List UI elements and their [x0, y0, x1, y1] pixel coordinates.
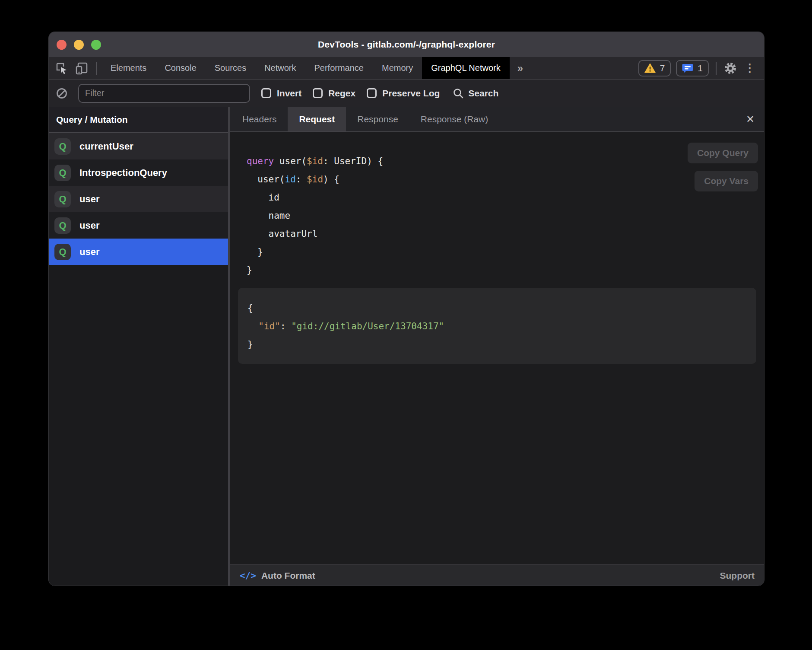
detail-panel: Headers Request Response Response (Raw) … — [230, 107, 764, 586]
request-view: query user($id: UserID) { user(id: $id) … — [230, 132, 764, 564]
tab-memory[interactable]: Memory — [373, 57, 422, 79]
filter-input[interactable] — [78, 84, 250, 103]
query-type-badge: Q — [54, 217, 71, 234]
more-tabs-icon[interactable]: » — [510, 57, 531, 79]
issue-count: 1 — [698, 63, 703, 73]
query-list-header: Query / Mutation — [49, 107, 228, 133]
tab-network[interactable]: Network — [255, 57, 305, 79]
regex-label: Regex — [328, 88, 355, 99]
tab-elements[interactable]: Elements — [102, 57, 155, 79]
query-name: user — [79, 246, 99, 258]
tab-graphql-network[interactable]: GraphQL Network — [422, 57, 509, 79]
regex-checkbox-group[interactable]: Regex — [313, 88, 355, 99]
list-item-user-2[interactable]: Q user — [49, 212, 228, 239]
query-name: IntrospectionQuery — [79, 167, 167, 178]
tab-sources[interactable]: Sources — [206, 57, 255, 79]
settings-gear-icon[interactable] — [723, 61, 737, 75]
query-name: currentUser — [79, 141, 133, 152]
badge-divider — [716, 62, 717, 75]
list-item-user-3-selected[interactable]: Q user — [49, 239, 228, 265]
preserve-log-checkbox[interactable] — [367, 88, 377, 98]
query-type-badge: Q — [54, 191, 71, 207]
kebab-menu-icon[interactable]: ⋮ — [742, 61, 757, 75]
list-item-user-1[interactable]: Q user — [49, 186, 228, 212]
query-name: user — [79, 194, 99, 205]
variables-json: { "id": "gid://gitlab/User/13704317"} — [247, 299, 747, 354]
chat-bubble-icon — [682, 63, 693, 73]
search-label: Search — [468, 88, 498, 99]
tab-headers[interactable]: Headers — [231, 107, 288, 131]
regex-checkbox[interactable] — [313, 88, 323, 98]
issues-badge[interactable]: 1 — [676, 60, 709, 76]
window-title: DevTools - gitlab.com/-/graphql-explorer — [49, 39, 764, 50]
support-link[interactable]: Support — [720, 570, 755, 581]
close-panel-icon[interactable]: ✕ — [736, 107, 764, 131]
search-control[interactable]: Search — [453, 88, 498, 99]
detail-tab-bar: Headers Request Response Response (Raw) … — [230, 107, 764, 132]
devtools-tab-bar: Elements Console Sources Network Perform… — [49, 57, 764, 80]
clear-filter-icon[interactable] — [57, 88, 67, 99]
tab-response-raw[interactable]: Response (Raw) — [409, 107, 499, 131]
graphql-query-code: query user($id: UserID) { user(id: $id) … — [230, 132, 764, 279]
devtools-window: DevTools - gitlab.com/-/graphql-explorer — [49, 32, 764, 586]
filter-bar: Invert Regex Preserve Log Search — [49, 80, 764, 107]
warnings-badge[interactable]: 7 — [638, 60, 671, 76]
copy-vars-button[interactable]: Copy Vars — [695, 171, 758, 191]
preserve-log-label: Preserve Log — [382, 88, 440, 99]
warning-triangle-icon — [644, 63, 656, 73]
code-brackets-icon: </> — [240, 570, 256, 581]
auto-format-button[interactable]: Auto Format — [261, 570, 315, 581]
toolbar-divider — [96, 62, 97, 75]
query-type-badge: Q — [54, 165, 71, 181]
query-type-badge: Q — [54, 244, 71, 260]
copy-query-button[interactable]: Copy Query — [688, 143, 758, 163]
invert-label: Invert — [277, 88, 301, 99]
tab-performance[interactable]: Performance — [305, 57, 373, 79]
list-item-introspectionquery[interactable]: Q IntrospectionQuery — [49, 159, 228, 186]
detail-footer: </> Auto Format Support — [230, 564, 764, 586]
invert-checkbox-group[interactable]: Invert — [261, 88, 301, 99]
query-name: user — [79, 220, 99, 231]
query-type-badge: Q — [54, 138, 71, 155]
warning-count: 7 — [660, 63, 665, 73]
tab-request[interactable]: Request — [288, 107, 346, 131]
title-bar: DevTools - gitlab.com/-/graphql-explorer — [49, 32, 764, 57]
inspect-element-icon[interactable] — [55, 61, 69, 75]
variables-box: { "id": "gid://gitlab/User/13704317"} — [238, 288, 756, 364]
device-toolbar-icon[interactable] — [75, 61, 89, 75]
query-list-panel: Query / Mutation Q currentUser Q Introsp… — [49, 107, 230, 586]
tab-console[interactable]: Console — [155, 57, 205, 79]
preserve-log-checkbox-group[interactable]: Preserve Log — [367, 88, 440, 99]
invert-checkbox[interactable] — [261, 88, 271, 98]
search-icon — [453, 88, 464, 99]
tab-response[interactable]: Response — [346, 107, 409, 131]
list-item-currentuser[interactable]: Q currentUser — [49, 133, 228, 159]
